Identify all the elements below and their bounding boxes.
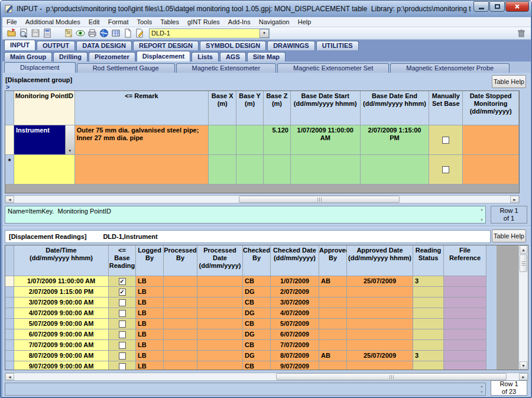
cell-base-reading[interactable]: ✓ bbox=[109, 276, 136, 287]
column-header-base-y[interactable]: Base Y (m) bbox=[236, 91, 264, 125]
row-selector[interactable] bbox=[5, 361, 14, 370]
cell-base-reading[interactable] bbox=[109, 319, 136, 329]
row-selector[interactable] bbox=[5, 351, 14, 361]
scroll-left-icon[interactable]: ◄ bbox=[5, 196, 14, 203]
title-bar[interactable]: INPUT - p:\products\monitoring tool\gint… bbox=[1, 1, 532, 17]
checkbox-icon[interactable] bbox=[119, 352, 126, 360]
menu-item-edit[interactable]: Edit bbox=[85, 17, 104, 27]
cell-date-time[interactable]: 8/07/2009 9:00:00 AM bbox=[14, 351, 109, 361]
cell-file-reference[interactable] bbox=[444, 287, 486, 297]
cell-logged-by[interactable]: LB bbox=[136, 340, 164, 351]
scroll-down-icon[interactable]: ▼ bbox=[520, 361, 527, 370]
trash-icon[interactable] bbox=[515, 28, 527, 38]
cell-base-reading[interactable] bbox=[109, 308, 136, 319]
menu-item-help[interactable]: Help bbox=[294, 17, 316, 27]
cell-file-reference[interactable] bbox=[444, 329, 486, 340]
row-selector[interactable] bbox=[5, 297, 14, 308]
column-header-base-date-end[interactable]: Base Date End (dd/mm/yyyy hhmm) bbox=[361, 91, 430, 125]
cell-checked-date[interactable]: 5/07/2009 bbox=[271, 319, 319, 329]
cell-checked-date[interactable]: 9/07/2009 bbox=[271, 361, 319, 370]
cell-base-x[interactable] bbox=[209, 125, 236, 155]
row-selector[interactable] bbox=[5, 329, 14, 340]
table-tab-magnetic-extensometer-set[interactable]: Magnetic Extensometer Set bbox=[277, 63, 389, 73]
cell-checked-by[interactable]: DG bbox=[243, 308, 271, 319]
scrollbar-thumb[interactable] bbox=[276, 373, 507, 380]
cell-date-time[interactable]: 9/07/2009 9:00:00 AM bbox=[14, 361, 109, 370]
column-header-logged-by[interactable]: Logged By bbox=[136, 245, 164, 276]
checkbox-icon[interactable] bbox=[119, 321, 126, 328]
scroll-down-icon[interactable]: ▼ bbox=[478, 218, 485, 222]
cell-processed-by[interactable] bbox=[164, 351, 197, 361]
open-project-icon[interactable] bbox=[6, 28, 18, 38]
main-tab-data-design[interactable]: DATA DESIGN bbox=[76, 41, 132, 50]
row-selector[interactable] bbox=[5, 287, 14, 297]
checkbox-icon[interactable] bbox=[119, 342, 126, 349]
cell-approved-by[interactable]: AB bbox=[319, 351, 347, 361]
scroll-up-icon[interactable]: ▲ bbox=[520, 245, 527, 254]
cell-base-reading[interactable]: ✓ bbox=[109, 287, 136, 297]
close-button[interactable] bbox=[505, 1, 529, 12]
cell-reading-status[interactable] bbox=[413, 287, 444, 297]
cell-approved-date[interactable] bbox=[347, 329, 413, 340]
cell-processed-date[interactable] bbox=[197, 351, 243, 361]
cell-logged-by[interactable]: LB bbox=[136, 319, 164, 329]
cell-approved-date[interactable]: 25/07/2009 bbox=[347, 351, 413, 361]
cell-checked-by[interactable]: CB bbox=[243, 297, 271, 308]
cell-monitoring-pointid[interactable] bbox=[14, 155, 75, 185]
cell-base-date-end[interactable]: 2/07/2009 1:15:00 PM bbox=[361, 125, 430, 155]
cell-reading-status[interactable] bbox=[413, 329, 444, 340]
cell-approved-date[interactable] bbox=[347, 287, 413, 297]
cell-processed-by[interactable] bbox=[164, 308, 197, 319]
save-icon[interactable] bbox=[30, 28, 41, 38]
column-header-approved-date-dd-mm-yyyy-hhmm[interactable]: Approved Date (dd/mm/yyyy hhmm) bbox=[347, 245, 413, 276]
cell-approved-date[interactable] bbox=[347, 340, 413, 351]
column-header-base-reading[interactable]: <= Base Reading bbox=[109, 245, 136, 276]
main-tab-input[interactable]: INPUT bbox=[4, 40, 35, 50]
table-help-button-group[interactable]: Table Help bbox=[492, 75, 526, 88]
column-header-file-reference[interactable]: File Reference bbox=[444, 245, 486, 276]
cell-date-time[interactable]: 1/07/2009 11:00:00 AM bbox=[14, 276, 109, 287]
cell-logged-by[interactable]: LB bbox=[136, 308, 164, 319]
cell-checked-by[interactable]: DG bbox=[243, 351, 271, 361]
scroll-left-icon[interactable]: ◄ bbox=[5, 373, 14, 380]
scrollbar-thumb[interactable] bbox=[239, 196, 400, 203]
minimize-button[interactable] bbox=[473, 1, 489, 12]
cell-approved-by[interactable] bbox=[319, 340, 347, 351]
table-tab-rod-settlement-gauge[interactable]: Rod Settlement Gauge bbox=[77, 63, 175, 73]
cell-date-time[interactable]: 2/07/2009 1:15:00 PM bbox=[14, 287, 109, 297]
cell-reading-status[interactable]: 3 bbox=[413, 276, 444, 287]
group-tab-piezometer[interactable]: Piezometer bbox=[89, 52, 135, 62]
row-selector[interactable] bbox=[5, 276, 14, 287]
globe-icon[interactable] bbox=[98, 28, 110, 38]
checkbox-icon[interactable]: ✓ bbox=[119, 289, 126, 296]
table-tab-displacement[interactable]: Displacement bbox=[4, 62, 76, 73]
scrollbar-thumb[interactable] bbox=[520, 254, 527, 272]
cell-approved-by[interactable]: AB bbox=[319, 276, 347, 287]
cell-reading-status[interactable] bbox=[413, 340, 444, 351]
cell-processed-by[interactable] bbox=[164, 297, 197, 308]
print-preview-icon[interactable] bbox=[18, 28, 30, 38]
cell-checked-date[interactable]: 6/07/2009 bbox=[271, 329, 319, 340]
cell-date-stopped[interactable] bbox=[463, 125, 519, 155]
checkbox-icon[interactable] bbox=[442, 137, 449, 144]
table-tab-magnetic-extensometer[interactable]: Magnetic Extensometer bbox=[176, 63, 277, 73]
checkbox-icon[interactable] bbox=[119, 299, 126, 306]
cell-base-reading[interactable] bbox=[109, 297, 136, 308]
checkbox-icon[interactable] bbox=[442, 166, 449, 173]
column-header-monitoring-pointid[interactable]: Monitoring PointID bbox=[14, 91, 75, 125]
cell-processed-by[interactable] bbox=[164, 329, 197, 340]
checkbox-icon[interactable] bbox=[119, 363, 126, 370]
preview-eye-icon[interactable] bbox=[74, 28, 86, 38]
script-icon[interactable] bbox=[63, 28, 74, 38]
cell-processed-date[interactable] bbox=[197, 308, 243, 319]
cell-checked-by[interactable]: CB bbox=[243, 340, 271, 351]
column-header-reading-status[interactable]: Reading Status bbox=[413, 245, 444, 276]
column-header-manually[interactable]: Manually Set Base bbox=[429, 91, 463, 125]
cell-processed-date[interactable] bbox=[197, 297, 243, 308]
cell-base-z[interactable] bbox=[264, 155, 291, 185]
cell-date-time[interactable]: 7/07/2009 9:00:00 AM bbox=[14, 340, 109, 351]
cell-approved-by[interactable] bbox=[319, 287, 347, 297]
cell-checked-by[interactable]: CB bbox=[243, 361, 271, 370]
scroll-up-icon[interactable]: ▲ bbox=[478, 384, 485, 388]
cell-processed-by[interactable] bbox=[164, 361, 197, 370]
